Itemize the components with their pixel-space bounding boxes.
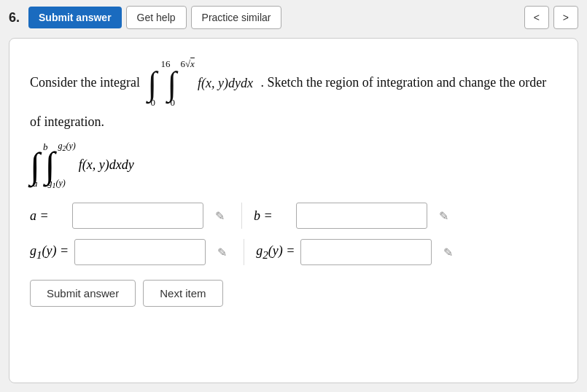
inner-integral-symbol: ∫: [167, 69, 176, 98]
a-input[interactable]: [72, 203, 203, 229]
content-card: Consider the integral 16 ∫ 0 6√x ∫ 0 f(x…: [9, 38, 578, 383]
intro-text: Consider the integral: [30, 75, 140, 90]
g1-input[interactable]: [74, 239, 206, 265]
b-edit-icon[interactable]: ✎: [433, 205, 454, 226]
submit-answer-button[interactable]: Submit answer: [28, 7, 122, 28]
result-inner-lower: g1(y): [48, 178, 66, 189]
result-inner-upper: g2(y): [58, 141, 76, 152]
a-edit-icon[interactable]: ✎: [209, 205, 230, 226]
integral-result: b ∫ a g2(y) ∫ g1(y) f(x, y)dxdy: [30, 141, 557, 189]
next-item-button[interactable]: Next item: [143, 280, 222, 307]
result-outer-lower: a: [33, 178, 38, 189]
b-label: b =: [254, 208, 290, 224]
g-divider: [244, 239, 244, 265]
result-inner-integral: ∫: [45, 149, 55, 181]
problem-text: Consider the integral 16 ∫ 0 6√x ∫ 0 f(x…: [30, 56, 557, 133]
toolbar: 6. Submit answer Get help Practice simil…: [0, 0, 587, 35]
g1-edit-icon[interactable]: ✎: [211, 242, 232, 262]
nav-next-button[interactable]: >: [553, 6, 578, 29]
ab-input-row: a = ✎ b = ✎: [30, 203, 557, 229]
g2-label: g2(y) =: [256, 243, 295, 262]
b-input[interactable]: [296, 203, 427, 229]
g2-input[interactable]: [300, 239, 432, 265]
integrand-text: f(x, y)dydx: [198, 72, 253, 95]
g-input-row: g1(y) = ✎ g2(y) = ✎: [30, 239, 557, 265]
practice-similar-button[interactable]: Practice similar: [191, 6, 282, 29]
result-outer-integral: ∫: [30, 150, 40, 181]
result-integrand: f(x, y)dxdy: [79, 157, 134, 173]
ab-divider: [241, 203, 242, 229]
a-label: a =: [30, 208, 66, 224]
outer-lower-limit: 0: [150, 95, 155, 111]
g1-label: g1(y) =: [30, 243, 69, 262]
outer-integral-symbol: ∫: [147, 69, 157, 98]
bottom-buttons: Submit answer Next item: [30, 280, 557, 307]
get-help-button[interactable]: Get help: [126, 6, 187, 29]
inner-lower-limit: 0: [170, 95, 175, 111]
submit-answer-bottom-button[interactable]: Submit answer: [30, 280, 136, 307]
nav-prev-button[interactable]: <: [524, 6, 549, 29]
inner-upper-limit: 6√x: [180, 56, 194, 72]
question-number: 6.: [9, 10, 20, 26]
g2-edit-icon[interactable]: ✎: [438, 242, 458, 262]
